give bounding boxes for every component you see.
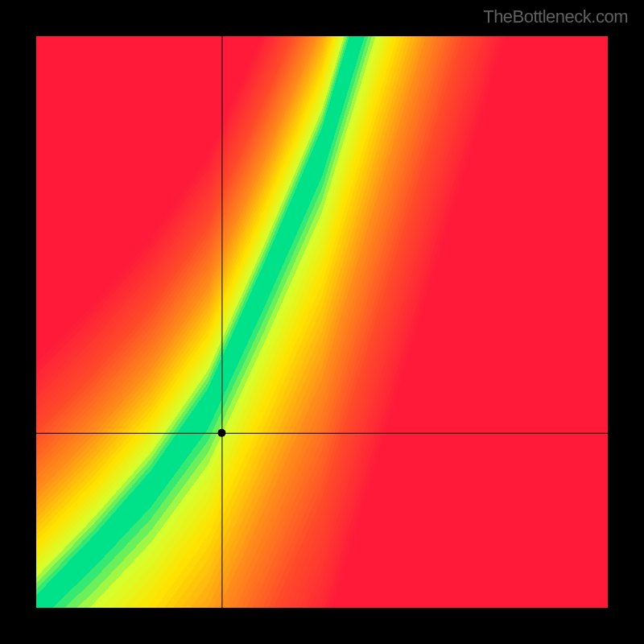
- chart-frame: TheBottleneck.com: [0, 0, 644, 644]
- watermark-text: TheBottleneck.com: [483, 6, 628, 27]
- heatmap-canvas: [36, 36, 608, 608]
- heatmap-plot: [36, 36, 608, 608]
